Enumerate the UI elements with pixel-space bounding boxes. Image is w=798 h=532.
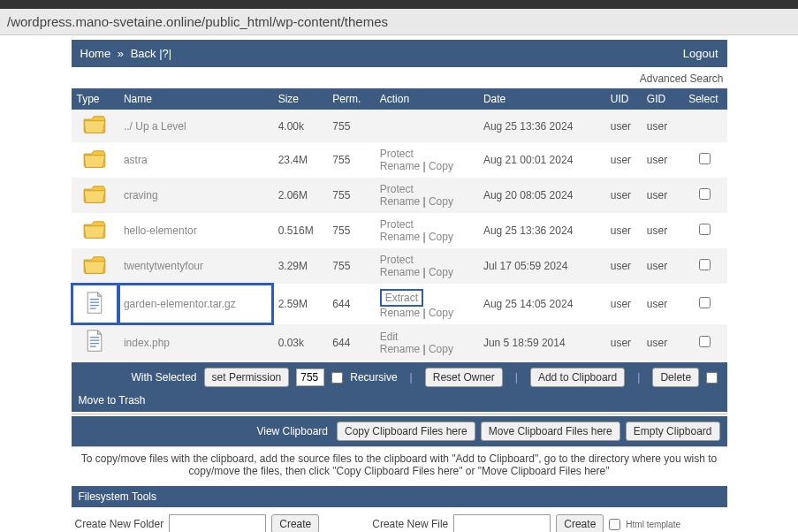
cell-date: Aug 21 00:01 2024 — [478, 142, 605, 178]
action-sep: | — [420, 195, 429, 208]
cell-date: Aug 25 13:36 2024 — [478, 110, 605, 142]
file-name-link[interactable]: ../ Up a Level — [124, 120, 186, 133]
reset-owner-button[interactable]: Reset Owner — [425, 368, 503, 387]
cell-perm: 755 — [327, 178, 374, 213]
cell-uid: user — [605, 248, 642, 284]
cell-action: ProtectRename | Copy — [375, 142, 478, 178]
action-link-rename[interactable]: Rename — [380, 307, 420, 319]
help-link[interactable]: |?| — [159, 47, 171, 60]
create-folder-input[interactable] — [169, 514, 266, 532]
action-link-edit[interactable]: Edit — [380, 331, 399, 343]
action-link-protect[interactable]: Protect — [380, 183, 414, 195]
advanced-search-link[interactable]: Advanced Search — [640, 72, 724, 85]
action-link-rename[interactable]: Rename — [380, 195, 420, 208]
cell-select — [683, 324, 726, 361]
action-link-copy[interactable]: Copy — [429, 343, 453, 355]
file-icon — [85, 330, 104, 353]
action-link-rename[interactable]: Rename — [380, 231, 420, 243]
recursive-label: Recursive — [350, 371, 397, 384]
tools-header: Filesystem Tools — [72, 486, 727, 507]
empty-clipboard-button[interactable]: Empty Clipboard — [626, 422, 720, 441]
cell-type — [72, 324, 118, 361]
file-name-link[interactable]: twentytwentyfour — [124, 260, 203, 272]
table-row: index.php0.03k644EditRename | CopyJun 5 … — [72, 324, 727, 361]
cell-type — [72, 248, 118, 284]
action-sep: | — [420, 307, 429, 319]
action-link-copy[interactable]: Copy — [429, 266, 453, 278]
action-link-rename[interactable]: Rename — [380, 160, 420, 172]
folder-icon — [82, 185, 107, 204]
action-link-copy[interactable]: Copy — [429, 160, 453, 172]
action-sep: | — [420, 343, 429, 355]
file-name-link[interactable]: hello-elementor — [124, 224, 197, 237]
th-perm[interactable]: Perm. — [327, 88, 374, 110]
th-date[interactable]: Date — [478, 88, 605, 110]
move-clipboard-here-button[interactable]: Move Clipboard Files here — [481, 422, 620, 441]
action-sep: | — [420, 160, 429, 172]
action-link-extract[interactable]: Extract — [380, 289, 423, 307]
cell-action: EditRename | Copy — [375, 324, 478, 361]
th-size[interactable]: Size — [273, 88, 328, 110]
home-link[interactable]: Home — [80, 47, 111, 60]
separator: | — [410, 371, 413, 384]
cell-size: 0.516M — [273, 213, 328, 248]
html-template-checkbox[interactable] — [609, 519, 620, 530]
row-select-checkbox[interactable] — [699, 188, 711, 200]
action-link-copy[interactable]: Copy — [429, 231, 453, 243]
file-name-link[interactable]: index.php — [124, 337, 170, 349]
cell-size: 23.4M — [273, 142, 328, 178]
row-select-checkbox[interactable] — [699, 224, 711, 235]
action-link-copy[interactable]: Copy — [429, 307, 453, 319]
th-gid: GID — [642, 88, 683, 110]
table-row: astra23.4M755ProtectRename | CopyAug 21 … — [72, 142, 727, 178]
cell-select — [683, 284, 726, 324]
create-file-input[interactable] — [453, 514, 551, 532]
advanced-search-row: Advanced Search — [72, 67, 727, 88]
cell-select — [683, 110, 726, 142]
action-link-protect[interactable]: Protect — [380, 254, 414, 266]
folder-icon — [82, 220, 107, 239]
cell-action: ProtectRename | Copy — [375, 178, 478, 213]
cell-select — [683, 213, 726, 248]
th-name[interactable]: Name — [118, 88, 273, 110]
cell-action: ExtractRename | Copy — [375, 284, 478, 324]
add-clipboard-button[interactable]: Add to Clipboard — [530, 368, 625, 387]
action-link-protect[interactable]: Protect — [380, 148, 414, 160]
action-link-rename[interactable]: Rename — [380, 343, 420, 355]
action-link-rename[interactable]: Rename — [380, 266, 420, 278]
row-select-checkbox[interactable] — [699, 297, 711, 308]
recursive-checkbox[interactable] — [331, 372, 343, 384]
cell-gid: user — [642, 284, 683, 324]
cell-action: ProtectRename | Copy — [375, 213, 478, 248]
file-name-link[interactable]: astra — [124, 154, 148, 166]
file-name-link[interactable]: craving — [124, 189, 158, 201]
th-type[interactable]: Type — [72, 88, 118, 110]
copy-clipboard-here-button[interactable]: Copy Clipboard Files here — [337, 422, 475, 441]
table-row: hello-elementor0.516M755ProtectRename | … — [72, 213, 727, 248]
logout-link[interactable]: Logout — [683, 47, 718, 60]
cell-size: 0.03k — [273, 324, 328, 361]
cell-select — [683, 142, 726, 178]
create-file-button[interactable]: Create — [556, 514, 604, 532]
cell-uid: user — [605, 142, 642, 178]
view-clipboard-link[interactable]: View Clipboard — [256, 425, 328, 437]
delete-button[interactable]: Delete — [652, 368, 699, 387]
row-select-checkbox[interactable] — [699, 336, 711, 347]
move-trash-checkbox[interactable] — [706, 372, 718, 384]
table-row: craving2.06M755ProtectRename | CopyAug 2… — [72, 178, 727, 213]
cell-perm: 755 — [327, 248, 374, 284]
file-name-link[interactable]: garden-elementor.tar.gz — [124, 298, 236, 310]
permission-input[interactable] — [296, 369, 324, 386]
create-folder-button[interactable]: Create — [271, 514, 319, 532]
action-link-protect[interactable]: Protect — [380, 218, 414, 231]
folder-icon — [82, 149, 107, 169]
row-select-checkbox[interactable] — [699, 153, 711, 164]
cell-size: 4.00k — [273, 110, 328, 142]
set-permission-button[interactable]: set Permission — [204, 368, 290, 387]
action-link-copy[interactable]: Copy — [429, 195, 453, 208]
row-select-checkbox[interactable] — [699, 259, 711, 270]
back-link[interactable]: Back — [131, 47, 156, 60]
cell-uid: user — [605, 324, 642, 361]
cell-date: Aug 25 13:36 2024 — [478, 213, 605, 248]
html-template-label: Html template — [626, 520, 680, 529]
